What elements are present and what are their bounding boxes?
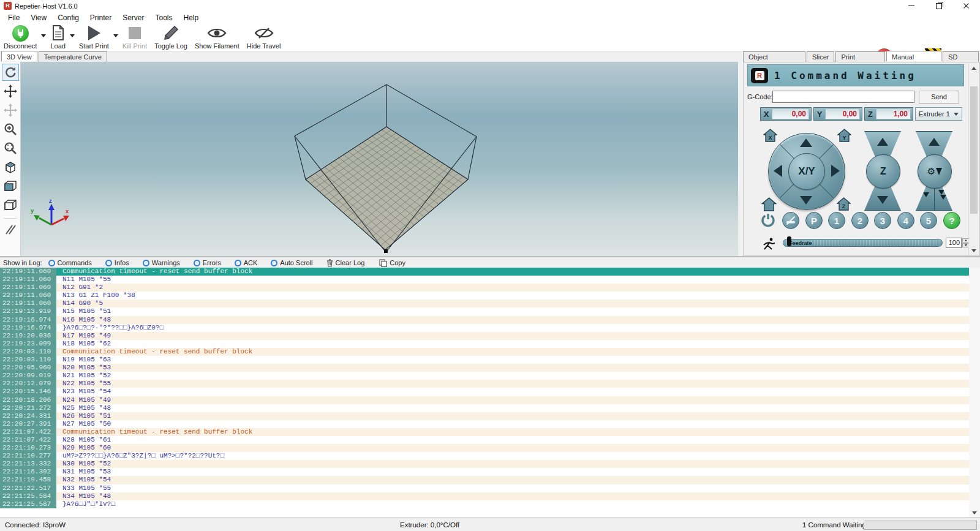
log-scrollbar[interactable] xyxy=(969,268,980,518)
menu-config[interactable]: Config xyxy=(52,12,85,23)
log-row[interactable]: 22:19:23.099 N18 M105 *62 xyxy=(0,340,980,348)
menu-printer[interactable]: Printer xyxy=(85,12,117,23)
feedrate-slider-thumb[interactable] xyxy=(787,236,791,246)
fit-view-button[interactable] xyxy=(2,140,19,157)
wireframe-view-button[interactable] xyxy=(2,197,19,214)
preset-3-button[interactable]: 3 xyxy=(874,212,891,229)
menu-view[interactable]: View xyxy=(25,12,52,23)
log-row[interactable]: 22:20:12.079 N22 M105 *55 xyxy=(0,380,980,388)
power-button[interactable] xyxy=(760,212,777,229)
tab-temperature-curve[interactable]: Temperature Curve xyxy=(39,51,107,62)
log-row[interactable]: 22:20:05.960 N20 M105 *53 xyxy=(0,364,980,372)
log-row[interactable]: 22:21:10.277 uM?>Z???□□}A?6□Z"3?Z|?□ uM?… xyxy=(0,452,980,460)
toggle-warnings[interactable]: Warnings xyxy=(143,259,180,266)
load-button[interactable]: Load xyxy=(47,23,69,50)
extruder-center-button[interactable]: ⚙ xyxy=(918,154,952,189)
jog-y-minus-button[interactable] xyxy=(800,196,812,205)
disconnect-button[interactable]: Disconnect xyxy=(0,23,40,50)
log-row[interactable]: 22:20:24.331 N26 M105 *51 xyxy=(0,412,980,420)
home-z-button[interactable]: Z xyxy=(837,197,851,211)
menu-server[interactable]: Server xyxy=(117,12,149,23)
3d-viewport[interactable]: y z x xyxy=(21,62,738,256)
menu-file[interactable]: File xyxy=(2,12,25,23)
extruder-select[interactable]: Extruder 1 xyxy=(915,107,962,121)
preset-2-button[interactable]: 2 xyxy=(851,212,869,229)
jog-y-plus-button[interactable] xyxy=(800,138,812,147)
hide-travel-button[interactable]: Hide Travel xyxy=(243,23,285,50)
tab-manual-control[interactable]: Manual Control xyxy=(886,51,941,61)
log-row[interactable]: 22:21:25.587 }A?6□J"□*Iv?□ xyxy=(0,500,980,508)
z-center-button[interactable]: Z xyxy=(866,154,900,189)
log-row[interactable]: 22:21:16.392 N31 M105 *53 xyxy=(0,468,980,476)
log-row[interactable]: 22:19:16.974 N16 M105 *48 xyxy=(0,316,980,324)
heated-bed-button[interactable] xyxy=(782,212,799,229)
jog-x-plus-button[interactable] xyxy=(831,165,840,177)
log-row[interactable]: 22:20:03.110 N19 M105 *63 xyxy=(0,356,980,364)
home-all-button[interactable] xyxy=(761,197,775,211)
feedrate-value[interactable]: 100 xyxy=(946,238,962,248)
log-row[interactable]: 22:21:13.332 N30 M105 *52 xyxy=(0,460,980,468)
park-button[interactable]: P xyxy=(805,212,823,229)
close-button[interactable] xyxy=(952,0,980,12)
menu-tools[interactable]: Tools xyxy=(150,12,178,23)
log-row[interactable]: 22:21:10.273 N29 M105 *60 xyxy=(0,444,980,452)
move-view-button[interactable] xyxy=(2,83,19,100)
front-view-button[interactable] xyxy=(2,178,19,195)
toggle-commands[interactable]: Commands xyxy=(48,259,92,266)
log-row[interactable]: 22:19:11.060 N14 G90 *5 xyxy=(0,299,980,307)
log-row[interactable]: 22:19:11.060 N11 M105 *55 xyxy=(0,276,980,284)
log-row[interactable]: 22:19:11.060 Communication timeout - res… xyxy=(0,268,980,276)
log-row[interactable]: 22:21:25.584 N34 M105 *48 xyxy=(0,492,980,500)
feedrate-slider[interactable]: Feedrate xyxy=(783,239,943,247)
preset-5-button[interactable]: 5 xyxy=(920,212,937,229)
load-dropdown[interactable] xyxy=(69,23,75,48)
xy-center-button[interactable]: X/Y xyxy=(788,153,825,190)
disconnect-dropdown[interactable] xyxy=(40,23,47,48)
log-row[interactable]: 22:21:07.422 Communication timeout - res… xyxy=(0,428,980,436)
gcode-input[interactable] xyxy=(772,91,914,103)
log-row[interactable]: 22:20:09.019 N21 M105 *52 xyxy=(0,372,980,380)
tab-print-preview[interactable]: Print Preview xyxy=(835,51,885,62)
log-scroll-down-button[interactable] xyxy=(970,508,979,518)
menu-help[interactable]: Help xyxy=(178,12,205,23)
restore-button[interactable] xyxy=(925,0,952,12)
start-print-button[interactable]: Start Print xyxy=(75,23,113,50)
home-x-button[interactable]: X xyxy=(763,129,777,142)
tab-3d-view[interactable]: 3D View xyxy=(1,51,37,61)
minimize-button[interactable] xyxy=(897,0,925,12)
toggle-ack[interactable]: ACK xyxy=(235,259,258,266)
jog-x-minus-button[interactable] xyxy=(774,165,782,177)
toggle-infos[interactable]: Infos xyxy=(105,259,129,266)
home-y-button[interactable]: Y xyxy=(837,129,851,142)
preset-4-button[interactable]: 4 xyxy=(897,212,914,229)
scroll-up-button[interactable] xyxy=(969,63,979,73)
log-row[interactable]: 22:20:21.272 N25 M105 *48 xyxy=(0,404,980,412)
show-filament-button[interactable]: Show Filament xyxy=(191,23,243,50)
toggle-log-button[interactable]: Toggle Log xyxy=(151,23,191,50)
tab-sd-card[interactable]: SD Card xyxy=(943,51,979,62)
copy-button[interactable]: Copy xyxy=(379,259,405,267)
log-row[interactable]: 22:19:16.974 }A?6□?□?-"?*??□□}A?6□Z0?□ xyxy=(0,324,980,332)
scroll-down-button[interactable] xyxy=(969,246,979,255)
isometric-view-button[interactable] xyxy=(2,159,19,176)
tab-slicer[interactable]: Slicer xyxy=(807,51,835,62)
log-row[interactable]: 22:19:11.060 N12 G91 *2 xyxy=(0,284,980,292)
rotate-view-button[interactable] xyxy=(2,64,19,81)
log-row[interactable]: 22:21:19.458 N32 M105 *54 xyxy=(0,476,980,484)
log-row[interactable]: 22:21:07.422 N28 M105 *61 xyxy=(0,436,980,444)
log-row[interactable]: 22:19:13.919 N15 M105 *51 xyxy=(0,307,980,315)
help-button[interactable]: ? xyxy=(943,212,960,229)
scrollbar-thumb[interactable] xyxy=(970,86,978,214)
start-print-dropdown[interactable] xyxy=(113,23,119,48)
log-row[interactable]: 22:19:20.036 N17 M105 *49 xyxy=(0,332,980,340)
zoom-in-button[interactable] xyxy=(2,121,19,138)
panel-scrollbar[interactable] xyxy=(968,63,979,255)
tab-object-placement[interactable]: Object Placement xyxy=(743,51,805,62)
log-row[interactable]: 22:20:15.146 N23 M105 *54 xyxy=(0,388,980,396)
preset-1-button[interactable]: 1 xyxy=(828,212,845,229)
log-row[interactable]: 22:20:27.391 N27 M105 *50 xyxy=(0,420,980,428)
clear-log-button[interactable]: Clear Log xyxy=(326,259,365,267)
log-row[interactable]: 22:19:11.060 N13 G1 Z1 F100 *38 xyxy=(0,292,980,299)
log-row[interactable]: 22:20:03.110 Communication timeout - res… xyxy=(0,348,980,356)
send-button[interactable]: Send xyxy=(919,91,959,104)
